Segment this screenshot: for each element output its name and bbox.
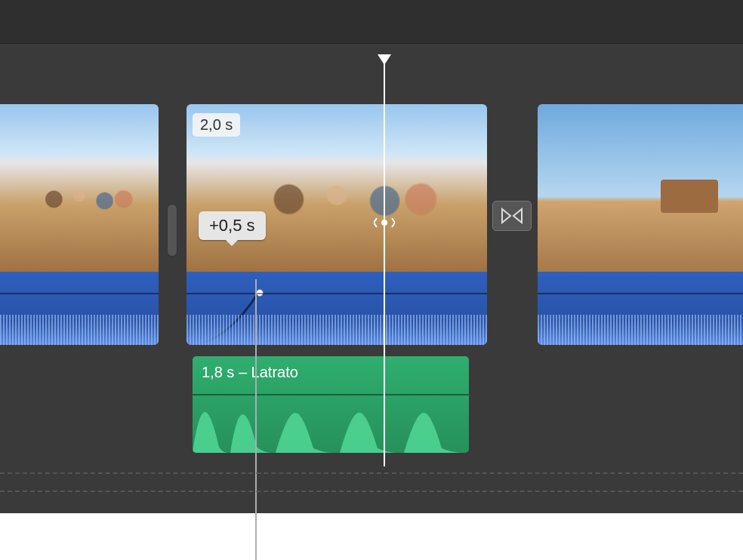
audio-waveform: [187, 315, 487, 345]
volume-line[interactable]: [0, 293, 159, 294]
audio-waveform: [193, 394, 469, 453]
track-divider: [0, 491, 743, 492]
clip-duration-badge: 2,0 s: [193, 113, 240, 137]
clip-audio-track[interactable]: [0, 272, 159, 345]
sound-effect-clip[interactable]: 1,8 s – Latrato: [193, 356, 469, 453]
sound-anchor-icon: [291, 356, 303, 358]
clip-thumbnail: [0, 104, 159, 272]
annotation-callout-line: [255, 279, 257, 560]
clip-scroll-handle[interactable]: [167, 204, 177, 257]
sound-clip-label: 1,8 s – Latrato: [202, 364, 298, 381]
timeline-ruler[interactable]: [0, 0, 743, 44]
timeline[interactable]: 2,0 s +0,5 s 1,8 s – Latrato: [0, 0, 743, 513]
video-clip[interactable]: [0, 104, 159, 345]
clip-audio-track[interactable]: [538, 272, 743, 345]
playhead-skimmer-handle[interactable]: [373, 216, 396, 229]
playhead[interactable]: [384, 54, 385, 466]
clip-audio-track[interactable]: [187, 272, 487, 345]
transition-icon[interactable]: [492, 201, 532, 231]
volume-line[interactable]: [187, 293, 487, 294]
audio-waveform: [538, 315, 743, 345]
video-clip[interactable]: [538, 104, 743, 345]
svg-point-0: [381, 220, 387, 226]
clip-thumbnail: 2,0 s: [187, 104, 487, 272]
volume-line[interactable]: [538, 293, 743, 294]
audio-waveform: [0, 315, 159, 345]
track-divider: [0, 472, 743, 474]
clip-thumbnail: [538, 104, 743, 272]
fade-duration-tooltip: +0,5 s: [199, 211, 266, 240]
